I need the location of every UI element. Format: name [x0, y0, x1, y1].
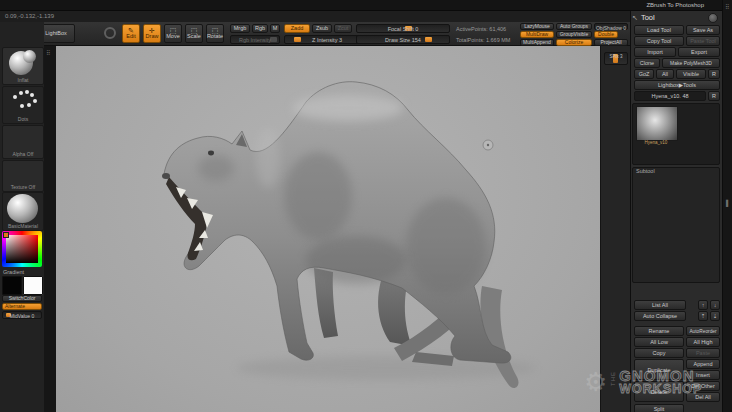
- multidraw-button[interactable]: MultiDraw: [520, 31, 554, 38]
- goz-button[interactable]: GoZ: [634, 69, 654, 79]
- current-alpha-thumbnail[interactable]: Alpha Off: [2, 125, 44, 159]
- midvalue-slider[interactable]: MidValue 0: [2, 311, 42, 319]
- collapse-down-button[interactable]: ⇣: [710, 311, 720, 321]
- clone-button[interactable]: Clone: [634, 58, 660, 68]
- autoreorder-label: AutoReorder: [689, 329, 716, 334]
- rgb-intensity-slider[interactable]: Rgb Intensity: [230, 35, 280, 44]
- rotate-button[interactable]: ⬚Rotate: [206, 24, 224, 43]
- current-stroke-thumbnail[interactable]: Dots: [2, 86, 44, 124]
- rotate-label: Rotate: [207, 34, 223, 40]
- spix-label: SPix 3: [605, 54, 627, 59]
- auto-collapse-button[interactable]: Auto Collapse: [634, 311, 686, 321]
- colorize-button[interactable]: Colorize: [556, 39, 592, 46]
- append-button[interactable]: Append: [686, 359, 720, 369]
- lightbox-tools-button[interactable]: Lightbox▶Tools: [634, 80, 720, 90]
- objshadow-slider[interactable]: ObjShadow 0: [594, 23, 628, 30]
- edit-label: Edit: [126, 34, 135, 40]
- m-button[interactable]: M: [270, 24, 280, 33]
- active-points-counter: ActivePoints: 61,406: [456, 26, 506, 32]
- tool-r-button[interactable]: R: [708, 91, 720, 101]
- lazymouse-button[interactable]: LazyMouse: [520, 23, 554, 30]
- split-button[interactable]: Split: [634, 404, 684, 412]
- document-canvas[interactable]: [56, 46, 600, 412]
- import-button[interactable]: Import: [634, 47, 676, 57]
- gear-icon[interactable]: [708, 13, 718, 23]
- duplicate-button[interactable]: Duplicate: [634, 359, 684, 380]
- all-low-button[interactable]: All Low: [634, 337, 684, 347]
- subtool-section-title[interactable]: Subtool: [636, 168, 655, 174]
- main-color-swatch[interactable]: [2, 276, 22, 295]
- save-as-label: Save As: [693, 27, 713, 33]
- draw-button[interactable]: ✛Draw: [143, 24, 161, 43]
- del-all-button[interactable]: Del All: [686, 392, 720, 402]
- alternate-button[interactable]: Alternate: [2, 303, 42, 310]
- scroll-nub-icon[interactable]: ▌: [726, 200, 730, 206]
- saturation-value-square[interactable]: [6, 235, 38, 263]
- current-texture-thumbnail[interactable]: Texture Off: [2, 160, 44, 192]
- copy-tool-button[interactable]: Copy Tool: [634, 36, 684, 46]
- zadd-button[interactable]: Zadd: [284, 24, 310, 33]
- list-all-button[interactable]: List All: [634, 300, 686, 310]
- move-button[interactable]: ⬚Move: [164, 24, 182, 43]
- make-polymesh3d-button[interactable]: Make PolyMesh3D: [662, 58, 720, 68]
- spix-slider[interactable]: SPix 3: [604, 52, 628, 65]
- active-tool-thumbnail[interactable]: [636, 106, 678, 141]
- multidraw-label: MultiDraw: [526, 32, 548, 37]
- auto-collapse-label: Auto Collapse: [643, 313, 677, 319]
- goz-visible-button[interactable]: Visible: [676, 69, 706, 79]
- load-tool-button[interactable]: Load Tool: [634, 25, 684, 35]
- goz-all-button[interactable]: All: [656, 69, 674, 79]
- right-tray-divider[interactable]: ⠿ ▌: [722, 0, 732, 412]
- autoreorder-button[interactable]: AutoReorder: [686, 326, 720, 336]
- auto-groups-button[interactable]: Auto Groups: [556, 23, 592, 30]
- mrgb-label: Mrgb: [234, 26, 247, 32]
- color-picker[interactable]: [2, 231, 42, 267]
- rgb-intensity-label: Rgb Intensity: [231, 37, 279, 43]
- scale-button[interactable]: ⬚Scale: [185, 24, 203, 43]
- goz-visible-label: Visible: [683, 71, 699, 77]
- move-up-button[interactable]: ↑: [698, 300, 708, 310]
- paste-subtool-label: Paste: [696, 350, 710, 356]
- paste-subtool-button[interactable]: Paste: [686, 348, 720, 358]
- all-high-button[interactable]: All High: [686, 337, 720, 347]
- draw-size-slider[interactable]: Draw Size 154: [356, 35, 450, 44]
- collapse-up-button[interactable]: ⇡: [698, 311, 708, 321]
- move-down-button[interactable]: ↓: [710, 300, 720, 310]
- rename-button[interactable]: Rename: [634, 326, 684, 336]
- multiappend-button[interactable]: MultiAppend: [520, 39, 554, 46]
- hyena-sculpt-render: [56, 46, 600, 412]
- current-tool-name-field[interactable]: Hyena_v10. 48: [634, 91, 706, 101]
- edit-button[interactable]: ✎Edit: [122, 24, 140, 43]
- groupvisible-button[interactable]: GroupVisible: [556, 31, 592, 38]
- arrow-up-icon: ⇡: [701, 313, 706, 319]
- paste-tool-button[interactable]: Paste Tool: [686, 36, 720, 46]
- current-material-thumbnail[interactable]: BasicMaterial: [2, 192, 44, 231]
- export-button[interactable]: Export: [678, 47, 720, 57]
- active-tool-thumbnail-label: Hyena_v10: [636, 140, 676, 145]
- double-button[interactable]: Double: [594, 31, 618, 38]
- export-label: Export: [691, 49, 707, 55]
- focal-shift-label: Focal Shift 0: [357, 26, 449, 32]
- zcut-button[interactable]: Zcut: [334, 24, 352, 33]
- goz-r-button[interactable]: R: [708, 69, 720, 79]
- projectall-button[interactable]: ProjectAll: [594, 39, 628, 46]
- focal-shift-slider[interactable]: Focal Shift 0: [356, 24, 450, 33]
- del-other-button[interactable]: Del Other: [686, 381, 720, 391]
- copy-subtool-button[interactable]: Copy: [634, 348, 684, 358]
- delete-label: Delete: [651, 389, 667, 395]
- tool-palette-header[interactable]: ↖ Tool: [632, 12, 720, 23]
- mrgb-button[interactable]: Mrgb: [230, 24, 250, 33]
- double-label: Double: [598, 32, 614, 37]
- insert-button[interactable]: Insert: [686, 370, 720, 380]
- secondary-color-swatch[interactable]: [23, 276, 43, 295]
- divider-grip-icon[interactable]: ⠿: [725, 4, 729, 10]
- delete-button[interactable]: Delete: [634, 381, 684, 402]
- divider-grip-icon[interactable]: ⠿: [46, 50, 50, 56]
- ring-icon: [104, 27, 116, 39]
- current-brush-thumbnail[interactable]: Inflat: [2, 47, 44, 85]
- save-as-button[interactable]: Save As: [686, 25, 720, 35]
- switchcolor-button[interactable]: SwitchColor: [2, 295, 42, 302]
- left-tray-divider[interactable]: ⠿: [44, 46, 56, 412]
- rgb-button[interactable]: Rgb: [252, 24, 268, 33]
- zsub-button[interactable]: Zsub: [312, 24, 332, 33]
